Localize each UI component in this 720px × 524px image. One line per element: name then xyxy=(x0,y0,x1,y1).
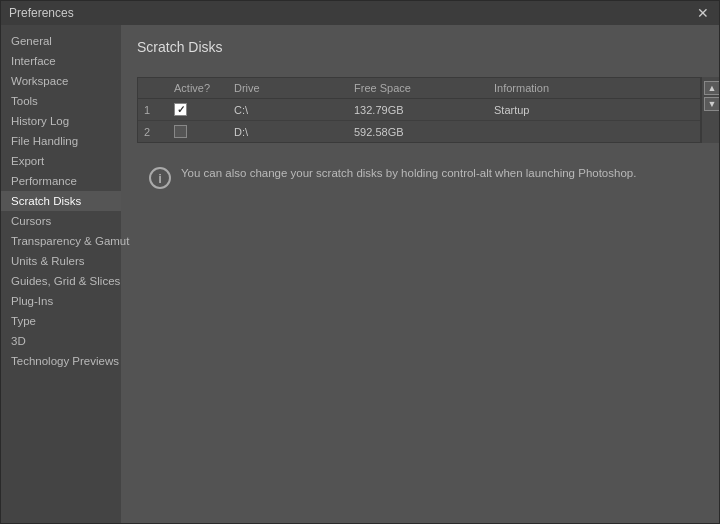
scratch-disks-table: Active? Drive Free Space Information 1C:… xyxy=(137,77,701,143)
freespace-cell: 592.58GB xyxy=(354,126,494,138)
sidebar-item-cursors[interactable]: Cursors xyxy=(1,211,121,231)
col-information: Information xyxy=(494,82,694,94)
sidebar-item-tools[interactable]: Tools xyxy=(1,91,121,111)
table-header-row: Active? Drive Free Space Information xyxy=(138,78,700,99)
sidebar-item-transparency---gamut[interactable]: Transparency & Gamut xyxy=(1,231,121,251)
title-bar: Preferences ✕ xyxy=(1,1,719,25)
col-active: Active? xyxy=(174,82,234,94)
sidebar-item-file-handling[interactable]: File Handling xyxy=(1,131,121,151)
scroll-buttons: ▲ ▼ xyxy=(701,77,719,143)
sidebar: GeneralInterfaceWorkspaceToolsHistory Lo… xyxy=(1,25,121,523)
info-text: You can also change your scratch disks b… xyxy=(181,165,636,182)
sidebar-item-export[interactable]: Export xyxy=(1,151,121,171)
sidebar-item-plug-ins[interactable]: Plug-Ins xyxy=(1,291,121,311)
sidebar-item-workspace[interactable]: Workspace xyxy=(1,71,121,91)
sidebar-item-scratch-disks[interactable]: Scratch Disks xyxy=(1,191,121,211)
sidebar-item-type[interactable]: Type xyxy=(1,311,121,331)
row-number: 2 xyxy=(144,126,174,138)
table-rows: 1C:\132.79GBStartup2D:\592.58GB xyxy=(138,99,700,142)
dialog-title: Preferences xyxy=(9,6,74,20)
sidebar-item-interface[interactable]: Interface xyxy=(1,51,121,71)
sidebar-item-units---rulers[interactable]: Units & Rulers xyxy=(1,251,121,271)
main-content: Scratch Disks Active? Drive Free Space I… xyxy=(121,25,719,523)
scratch-disks-table-wrapper: Active? Drive Free Space Information 1C:… xyxy=(137,77,719,143)
close-button[interactable]: ✕ xyxy=(695,5,711,21)
info-box: i You can also change your scratch disks… xyxy=(137,155,719,199)
dialog-body: GeneralInterfaceWorkspaceToolsHistory Lo… xyxy=(1,25,719,523)
col-drive: Drive xyxy=(234,82,354,94)
checkbox-cell xyxy=(174,103,234,116)
information-cell: Startup xyxy=(494,104,694,116)
col-num xyxy=(144,82,174,94)
col-freespace: Free Space xyxy=(354,82,494,94)
sidebar-item-general[interactable]: General xyxy=(1,31,121,51)
table-row: 1C:\132.79GBStartup xyxy=(138,99,700,121)
drive-cell: D:\ xyxy=(234,126,354,138)
section-title: Scratch Disks xyxy=(137,39,719,55)
scroll-down-button[interactable]: ▼ xyxy=(704,97,719,111)
freespace-cell: 132.79GB xyxy=(354,104,494,116)
sidebar-item-performance[interactable]: Performance xyxy=(1,171,121,191)
drive-cell: C:\ xyxy=(234,104,354,116)
table-row: 2D:\592.58GB xyxy=(138,121,700,142)
scroll-up-button[interactable]: ▲ xyxy=(704,81,719,95)
inactive-checkbox[interactable] xyxy=(174,125,187,138)
sidebar-item-guides--grid---slices[interactable]: Guides, Grid & Slices xyxy=(1,271,121,291)
sidebar-item-technology-previews[interactable]: Technology Previews xyxy=(1,351,121,371)
preferences-dialog: Preferences ✕ GeneralInterfaceWorkspaceT… xyxy=(0,0,720,524)
row-number: 1 xyxy=(144,104,174,116)
sidebar-item-3d[interactable]: 3D xyxy=(1,331,121,351)
active-checkbox[interactable] xyxy=(174,103,187,116)
info-icon: i xyxy=(149,167,171,189)
sidebar-item-history-log[interactable]: History Log xyxy=(1,111,121,131)
checkbox-cell xyxy=(174,125,234,138)
